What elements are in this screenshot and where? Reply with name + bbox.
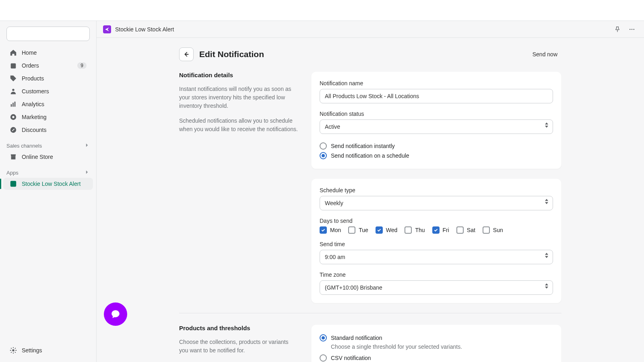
radio-instant[interactable]: Send notification instantly bbox=[320, 141, 553, 151]
timezone-select[interactable]: (GMT+10:00) Brisbane bbox=[320, 280, 553, 295]
day-checkbox-sun[interactable]: Sun bbox=[483, 226, 503, 234]
sidebar-item-settings[interactable]: Settings bbox=[3, 344, 93, 356]
sidebar-item-analytics[interactable]: Analytics bbox=[3, 98, 93, 110]
svg-point-13 bbox=[634, 29, 635, 30]
send-time-select[interactable]: 9:00 am bbox=[320, 250, 553, 264]
radio-csv-notification[interactable]: CSV notification bbox=[320, 353, 553, 362]
sidebar-item-home[interactable]: Home bbox=[3, 47, 93, 59]
sidebar-item-customers[interactable]: Customers bbox=[3, 85, 93, 97]
day-label: Sun bbox=[493, 227, 503, 233]
send-time-label: Send time bbox=[320, 241, 553, 247]
radio-icon bbox=[320, 354, 327, 362]
radio-label: Standard notification bbox=[331, 335, 382, 341]
svg-rect-2 bbox=[11, 104, 12, 107]
checkbox-icon bbox=[348, 226, 355, 234]
app-logo bbox=[103, 25, 111, 33]
pin-button[interactable] bbox=[612, 24, 623, 35]
radio-sublabel: Choose a single threshold for your selec… bbox=[331, 343, 553, 350]
svg-point-11 bbox=[630, 29, 631, 30]
sidebar-item-stockie[interactable]: Stockie Low Stock Alert bbox=[3, 178, 93, 190]
day-label: Sat bbox=[467, 227, 475, 233]
timezone-label: Time zone bbox=[320, 272, 553, 278]
svg-rect-8 bbox=[11, 156, 16, 159]
sales-channels-header[interactable]: Sales channels bbox=[0, 137, 96, 151]
apps-header[interactable]: Apps bbox=[0, 164, 96, 178]
customers-icon bbox=[10, 88, 17, 95]
main-layout: Home Orders 9 Products Customers Analyti… bbox=[0, 21, 644, 362]
sidebar-item-orders[interactable]: Orders 9 bbox=[3, 60, 93, 72]
radio-standard-notification[interactable]: Standard notification bbox=[320, 333, 553, 343]
section-title: Products and thresholds bbox=[179, 325, 298, 331]
checkbox-icon bbox=[483, 226, 490, 234]
sidebar: Home Orders 9 Products Customers Analyti… bbox=[0, 21, 97, 362]
nav-label: Orders bbox=[22, 62, 72, 69]
nav-label: Customers bbox=[22, 88, 87, 95]
notification-status-select[interactable]: Active bbox=[320, 119, 553, 134]
radio-icon bbox=[320, 334, 327, 341]
radio-schedule[interactable]: Send notification on a schedule bbox=[320, 151, 553, 160]
app-header: Stockie Low Stock Alert bbox=[97, 21, 644, 38]
svg-point-6 bbox=[12, 116, 14, 118]
day-checkbox-wed[interactable]: Wed bbox=[376, 226, 398, 234]
back-button[interactable] bbox=[179, 47, 194, 61]
search-input[interactable] bbox=[6, 27, 90, 41]
svg-point-12 bbox=[632, 29, 633, 30]
schedule-type-label: Schedule type bbox=[320, 187, 553, 193]
app-header-title: Stockie Low Stock Alert bbox=[115, 26, 608, 33]
sidebar-item-products[interactable]: Products bbox=[3, 72, 93, 84]
day-checkbox-tue[interactable]: Tue bbox=[348, 226, 368, 234]
section-title: Notification details bbox=[179, 72, 298, 78]
radio-icon bbox=[320, 152, 327, 159]
page-title: Edit Notification bbox=[199, 49, 523, 59]
send-now-button[interactable]: Send now bbox=[528, 49, 561, 60]
notification-status-label: Notification status bbox=[320, 111, 553, 117]
day-label: Mon bbox=[330, 227, 341, 233]
day-checkbox-sat[interactable]: Sat bbox=[456, 226, 475, 234]
day-label: Wed bbox=[386, 227, 398, 233]
svg-point-1 bbox=[12, 89, 14, 91]
more-button[interactable] bbox=[626, 24, 638, 35]
app-header-actions bbox=[612, 24, 638, 35]
store-icon bbox=[10, 153, 17, 160]
section-label: Apps bbox=[6, 170, 19, 176]
svg-rect-9 bbox=[10, 181, 16, 187]
radio-label: Send notification instantly bbox=[331, 143, 395, 149]
nav-label: Products bbox=[22, 75, 87, 82]
section-desc: Scheduled notifications allow you to sch… bbox=[179, 117, 298, 134]
radio-icon bbox=[320, 142, 327, 150]
sidebar-item-discounts[interactable]: Discounts bbox=[3, 124, 93, 136]
nav-label: Analytics bbox=[22, 101, 87, 107]
analytics-icon bbox=[10, 101, 17, 108]
svg-point-10 bbox=[12, 349, 14, 351]
nav-label: Marketing bbox=[22, 114, 87, 120]
content-area: Stockie Low Stock Alert Edit Notificatio… bbox=[97, 21, 644, 362]
chevron-right-icon bbox=[84, 142, 90, 149]
checkbox-icon bbox=[376, 226, 383, 234]
radio-label: Send notification on a schedule bbox=[331, 152, 409, 159]
page-scroll[interactable]: Edit Notification Send now Notification … bbox=[97, 38, 644, 362]
day-checkbox-fri[interactable]: Fri bbox=[432, 226, 449, 234]
section-desc: Instant notifications will notify you as… bbox=[179, 85, 298, 110]
chat-widget[interactable] bbox=[104, 302, 127, 326]
schedule-section: Schedule type Weekly Days to send MonTue… bbox=[179, 179, 561, 303]
page-inner: Edit Notification Send now Notification … bbox=[179, 47, 561, 346]
day-label: Fri bbox=[443, 227, 449, 233]
products-icon bbox=[10, 75, 17, 82]
section-label: Sales channels bbox=[6, 143, 42, 149]
section-desc: Choose the collections, products or vari… bbox=[179, 338, 298, 355]
checkbox-icon bbox=[432, 226, 440, 234]
sidebar-item-marketing[interactable]: Marketing bbox=[3, 111, 93, 123]
day-checkbox-mon[interactable]: Mon bbox=[320, 226, 341, 234]
nav-label: Settings bbox=[22, 347, 87, 354]
notification-name-label: Notification name bbox=[320, 80, 553, 86]
day-label: Thu bbox=[415, 227, 425, 233]
sidebar-item-online-store[interactable]: Online Store bbox=[3, 151, 93, 163]
nav-label: Discounts bbox=[22, 127, 87, 133]
notification-name-input[interactable] bbox=[320, 89, 553, 103]
app-icon bbox=[10, 180, 17, 187]
radio-label: CSV notification bbox=[331, 355, 371, 361]
orders-icon bbox=[10, 62, 17, 69]
schedule-type-select[interactable]: Weekly bbox=[320, 196, 553, 210]
topbar bbox=[0, 0, 644, 21]
day-checkbox-thu[interactable]: Thu bbox=[405, 226, 425, 234]
